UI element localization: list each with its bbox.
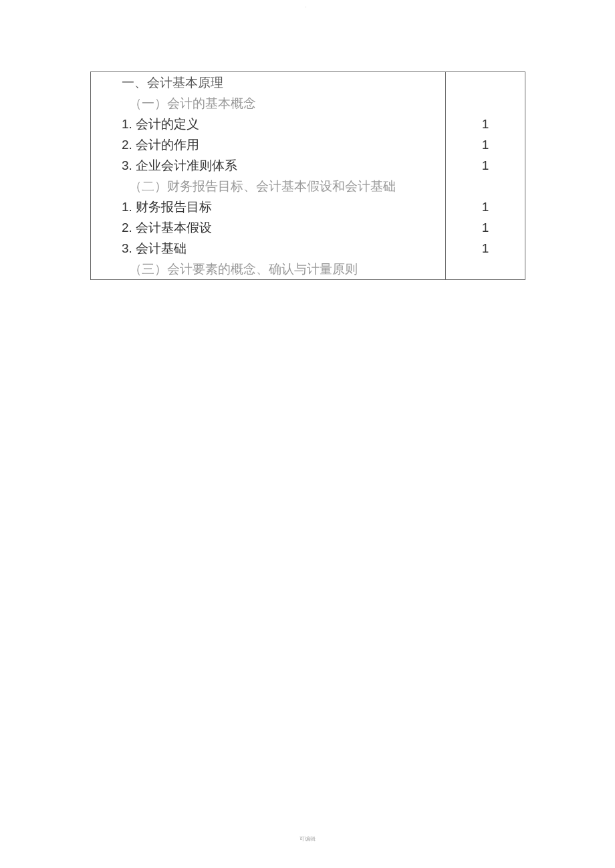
toc-cell-page [445,72,525,93]
toc-heading-sub: （二）财务报告目标、会计基本假设和会计基础 [122,178,396,195]
toc-row: 3. 会计基础 1 [91,238,525,259]
toc-page-number: 1 [482,200,489,214]
toc-row: （一）会计的基本概念 [91,93,525,114]
toc-row: 1. 财务报告目标 1 [91,196,525,217]
toc-cell-page: 1 [445,155,525,176]
toc-cell-text: 一、会计基本原理 [91,74,445,92]
toc-cell-page: 1 [445,238,525,259]
toc-heading-sub: （三）会计要素的概念、确认与计量原则 [122,261,358,278]
toc-item: 3. 会计基础 [122,240,187,257]
toc-row: 一、会计基本原理 [91,72,525,93]
toc-heading-sub: （一）会计的基本概念 [122,95,256,112]
toc-table: 一、会计基本原理 （一）会计的基本概念 1. 会计的定义 1 2. 会计的作用 … [90,71,525,280]
toc-row: 2. 会计基本假设 1 [91,217,525,238]
toc-cell-text: （三）会计要素的概念、确认与计量原则 [91,261,445,278]
toc-cell-page [445,259,525,279]
toc-row: （二）财务报告目标、会计基本假设和会计基础 [91,176,525,196]
toc-page-number: 1 [482,138,489,152]
toc-cell-text: 3. 会计基础 [91,240,445,257]
toc-item: 2. 会计基本假设 [122,219,212,237]
toc-cell-text: （二）财务报告目标、会计基本假设和会计基础 [91,178,445,195]
toc-item: 2. 会计的作用 [122,136,199,154]
toc-item: 3. 企业会计准则体系 [122,157,237,174]
toc-item: 1. 会计的定义 [122,116,199,133]
toc-cell-text: 1. 财务报告目标 [91,198,445,216]
toc-heading-main: 一、会计基本原理 [122,74,223,92]
footer-text: 可编辑 [0,835,615,843]
toc-cell-text: 2. 会计的作用 [91,136,445,154]
toc-cell-page: 1 [445,114,525,134]
toc-page-number: 1 [482,158,489,173]
header-dot: . [305,4,307,8]
toc-cell-page [445,176,525,196]
toc-row: 1. 会计的定义 1 [91,114,525,134]
toc-cell-page: 1 [445,134,525,155]
toc-page-number: 1 [482,241,489,256]
toc-cell-text: 1. 会计的定义 [91,116,445,133]
toc-row: （三）会计要素的概念、确认与计量原则 [91,259,525,279]
toc-cell-page: 1 [445,196,525,217]
toc-cell-text: （一）会计的基本概念 [91,95,445,112]
toc-cell-text: 2. 会计基本假设 [91,219,445,237]
toc-row: 2. 会计的作用 1 [91,134,525,155]
toc-item: 1. 财务报告目标 [122,198,212,216]
toc-cell-text: 3. 企业会计准则体系 [91,157,445,174]
toc-page-number: 1 [482,117,489,132]
toc-row: 3. 企业会计准则体系 1 [91,155,525,176]
toc-cell-page [445,93,525,114]
toc-cell-page: 1 [445,217,525,238]
toc-page-number: 1 [482,221,489,235]
